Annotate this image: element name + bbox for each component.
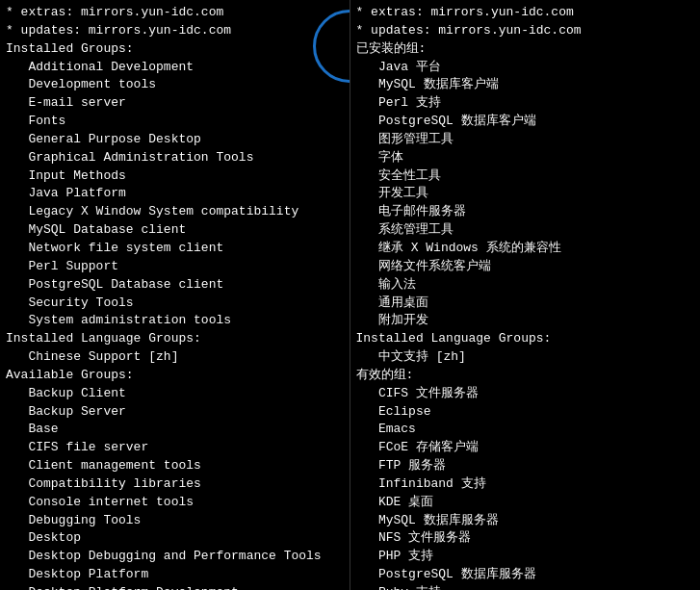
list-item: Java 平台 bbox=[356, 59, 695, 77]
list-item: MySQL Database client bbox=[6, 221, 344, 240]
list-item: 网络文件系统客户端 bbox=[356, 258, 695, 276]
list-item: CIFS 文件服务器 bbox=[356, 385, 695, 403]
list-item: Development tools bbox=[6, 76, 344, 94]
list-item: PostgreSQL 数据库客户端 bbox=[356, 113, 695, 131]
list-item: 附加开发 bbox=[356, 312, 695, 330]
list-item: 通用桌面 bbox=[356, 295, 695, 313]
list-item: * extras: mirrors.yun-idc.com bbox=[6, 4, 344, 22]
list-item: Debugging Tools bbox=[6, 512, 344, 530]
list-item: * updates: mirrors.yun-idc.com bbox=[356, 22, 695, 40]
list-item: CIFS file server bbox=[6, 439, 344, 457]
list-item: KDE 桌面 bbox=[356, 494, 695, 512]
list-item: Additional Development bbox=[6, 59, 344, 77]
left-content: * extras: mirrors.yun-idc.com* updates: … bbox=[6, 4, 344, 590]
list-item: System administration tools bbox=[6, 312, 344, 330]
list-item: 中文支持 [zh] bbox=[356, 348, 695, 367]
list-item: FTP 服务器 bbox=[356, 457, 695, 475]
list-item: 图形管理工具 bbox=[356, 131, 695, 149]
list-item: Perl 支持 bbox=[356, 94, 695, 113]
list-item: Backup Server bbox=[6, 403, 344, 422]
list-item: * extras: mirrors.yun-idc.com bbox=[356, 4, 695, 22]
list-item: Desktop bbox=[6, 529, 344, 548]
list-item: PostgreSQL 数据库服务器 bbox=[356, 566, 695, 584]
list-item: Ruby 支持 bbox=[356, 584, 695, 590]
list-item: Desktop Platform Development bbox=[6, 584, 344, 590]
list-item: 安全性工具 bbox=[356, 167, 695, 186]
list-item: Desktop Platform bbox=[6, 566, 344, 584]
list-item: 字体 bbox=[356, 149, 695, 167]
list-item: Console internet tools bbox=[6, 494, 344, 512]
list-item: MySQL 数据库服务器 bbox=[356, 512, 695, 530]
right-pane: * extras: mirrors.yun-idc.com* updates: … bbox=[350, 0, 701, 590]
list-item: Network file system client bbox=[6, 240, 344, 258]
list-item: Emacs bbox=[356, 421, 695, 439]
list-item: 系统管理工具 bbox=[356, 221, 695, 240]
list-item: Input Methods bbox=[6, 167, 344, 186]
list-item: Installed Language Groups: bbox=[6, 330, 344, 348]
list-item: Backup Client bbox=[6, 385, 344, 403]
list-item: Fonts bbox=[6, 113, 344, 131]
list-item: Installed Language Groups: bbox=[356, 330, 695, 348]
list-item: 有效的组: bbox=[356, 367, 695, 385]
list-item: * updates: mirrors.yun-idc.com bbox=[6, 22, 344, 40]
list-item: 开发工具 bbox=[356, 185, 695, 203]
list-item: Perl Support bbox=[6, 258, 344, 276]
list-item: Compatibility libraries bbox=[6, 475, 344, 494]
list-item: 继承 X Windows 系统的兼容性 bbox=[356, 240, 695, 258]
list-item: Chinese Support [zh] bbox=[6, 348, 344, 367]
list-item: MySQL 数据库客户端 bbox=[356, 76, 695, 94]
list-item: Available Groups: bbox=[6, 367, 344, 385]
left-pane: * extras: mirrors.yun-idc.com* updates: … bbox=[0, 0, 350, 590]
list-item: Client management tools bbox=[6, 457, 344, 475]
list-item: FCoE 存储客户端 bbox=[356, 439, 695, 457]
list-item: Base bbox=[6, 421, 344, 439]
list-item: 输入法 bbox=[356, 276, 695, 295]
list-item: Infiniband 支持 bbox=[356, 475, 695, 494]
list-item: NFS 文件服务器 bbox=[356, 529, 695, 548]
list-item: E-mail server bbox=[6, 94, 344, 113]
list-item: Desktop Debugging and Performance Tools bbox=[6, 548, 344, 566]
list-item: 已安装的组: bbox=[356, 40, 695, 59]
list-item: Eclipse bbox=[356, 403, 695, 422]
list-item: Security Tools bbox=[6, 295, 344, 313]
list-item: 电子邮件服务器 bbox=[356, 203, 695, 221]
list-item: Legacy X Window System compatibility bbox=[6, 203, 344, 221]
list-item: General Purpose Desktop bbox=[6, 131, 344, 149]
list-item: Installed Groups: bbox=[6, 40, 344, 59]
list-item: PHP 支持 bbox=[356, 548, 695, 566]
list-item: Java Platform bbox=[6, 185, 344, 203]
right-content: * extras: mirrors.yun-idc.com* updates: … bbox=[356, 4, 695, 590]
list-item: Graphical Administration Tools bbox=[6, 149, 344, 167]
list-item: PostgreSQL Database client bbox=[6, 276, 344, 295]
